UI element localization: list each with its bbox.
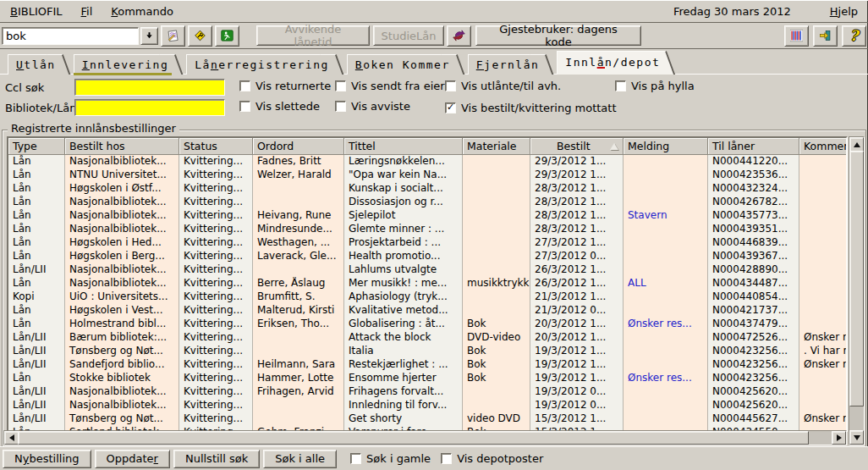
ccl-sok-input[interactable]: [74, 79, 225, 96]
table-row[interactable]: Kopi UiO : Universitets... Kvittering...…: [8, 290, 846, 304]
toolbar: Avvikende lånetid StudieLån Gjestebruker…: [0, 23, 868, 49]
cell-status: Kvittering...: [179, 250, 253, 263]
roadwork-icon-button[interactable]: [188, 25, 212, 47]
table-row[interactable]: Lån/LII Nasjonalbibliotek... Kvittering.…: [8, 399, 846, 412]
col-header-til-laner[interactable]: Til låner: [708, 138, 799, 155]
checkbox-sok-i-gamle[interactable]: Søk i gamle: [350, 452, 431, 465]
cell-tittel: Kunskap i socialt...: [344, 182, 463, 196]
bibliotek-laner-input[interactable]: [74, 99, 225, 116]
note-icon-button[interactable]: [161, 25, 185, 47]
sok-i-alle-button[interactable]: Søk i alle: [263, 450, 337, 468]
table-row[interactable]: Lån Høgskolen i Østf... Kvittering... Ku…: [8, 182, 846, 196]
tab-innlevering[interactable]: Innlevering: [74, 54, 173, 75]
table-row[interactable]: Lån Nasjonalbibliotek... Kvittering... M…: [8, 223, 846, 236]
table-row[interactable]: Lån/LII Tønsberg og Nøt... Kvittering...…: [8, 412, 846, 426]
help-icon-button[interactable]: ?: [842, 25, 866, 47]
table-row[interactable]: Lån NTNU Universitet... Kvittering... We…: [8, 169, 846, 182]
cell-melding: [624, 399, 708, 412]
ccl-sok-label: Ccl søk: [5, 81, 44, 94]
table-row[interactable]: Lån Nasjonalbibliotek... Kvittering... F…: [8, 155, 846, 169]
cell-melding: [624, 223, 708, 236]
menu-bibliofil[interactable]: BIBLIOFIL: [10, 5, 63, 18]
checkbox-vis-depotposter[interactable]: Vis depotposter: [441, 452, 543, 465]
scroll-right-button[interactable]: [832, 431, 846, 445]
table-row[interactable]: Lån Høgskolen i Berg... Kvittering... La…: [8, 250, 846, 263]
menu-hjelp[interactable]: Hjelp: [830, 5, 858, 18]
vertical-scroll-thumb[interactable]: [849, 151, 864, 406]
material-combo-input[interactable]: [2, 27, 139, 45]
table-row[interactable]: Lån/LII Nasjonalbibliotek... Kvittering.…: [8, 385, 846, 399]
col-header-tittel[interactable]: Tittel: [344, 138, 463, 155]
table-row[interactable]: Lån Nasjonalbibliotek... Kvittering... H…: [8, 209, 846, 223]
table-row[interactable]: Lån Stokke bibliotek Kvittering... Hamme…: [8, 372, 846, 385]
horizontal-scrollbar[interactable]: [3, 430, 847, 445]
scroll-left-button[interactable]: [4, 431, 19, 445]
scroll-down-button[interactable]: [849, 430, 864, 445]
cell-ordord: Heilmann, Sara: [253, 358, 344, 372]
cell-til-laner: N000423256...: [708, 358, 799, 372]
cell-til-laner: N000445627...: [708, 412, 799, 426]
table-row[interactable]: Lån Nasjonalbibliotek... Kvittering... D…: [8, 196, 846, 209]
tab-bar: Utlån Innlevering Lånerregistrering Boke…: [0, 48, 868, 75]
checkbox-vis-avviste[interactable]: Vis avviste: [335, 100, 410, 113]
checkbox-vis-slettede[interactable]: Vis slettede: [239, 100, 320, 113]
cell-bestilt-hos: Nasjonalbibliotek...: [65, 196, 179, 209]
cell-materiale: Bok: [463, 345, 530, 358]
cell-bestilt: 20/3/2012 1...: [530, 318, 624, 331]
checkbox-vis-pa-hylla[interactable]: Vis på hylla: [615, 80, 695, 92]
gjestebruker-button[interactable]: Gjestebruker: dagens kode: [475, 25, 641, 46]
tab-lanerregistrering[interactable]: Lånerregistrering: [186, 54, 332, 75]
cell-status: Kvittering...: [179, 318, 253, 331]
menu-fil[interactable]: Fil: [81, 5, 93, 18]
cell-status: Kvittering...: [179, 155, 253, 169]
col-header-bestilt-hos[interactable]: Bestilt hos: [65, 138, 179, 155]
table-row[interactable]: Lån Høgskolen i Hed... Kvittering... Wes…: [8, 236, 846, 250]
tab-innlan-depot[interactable]: Innlån/depot: [557, 51, 663, 75]
col-header-type[interactable]: Type: [8, 138, 65, 155]
cell-ordord: Hammer, Lotte: [253, 372, 344, 385]
cell-tittel: Mer musikk! : me...: [344, 277, 463, 290]
cell-type: Lån: [8, 155, 65, 169]
barcode-icon-button[interactable]: [784, 25, 809, 47]
col-header-materiale[interactable]: Materiale: [463, 138, 530, 155]
logout-door-icon-button[interactable]: [813, 25, 838, 47]
table-row[interactable]: Lån Høgskolen i Vest... Kvittering... Ma…: [8, 304, 846, 318]
exit-sign-icon-button[interactable]: [215, 25, 239, 47]
tab-utlan[interactable]: Utlån: [8, 54, 59, 75]
table-row[interactable]: Lån/LII Nasjonalbibliotek... Kvittering.…: [8, 263, 846, 277]
ny-bestilling-button[interactable]: Ny bestilling: [3, 450, 91, 468]
table-row[interactable]: Lån/LII Bærum bibliotek:... Kvittering..…: [8, 331, 846, 345]
col-header-kommentar[interactable]: Kommentar: [799, 138, 848, 155]
cell-melding: Ønsker res...: [624, 318, 708, 331]
studielan-button[interactable]: StudieLån: [373, 25, 444, 46]
horizontal-scroll-thumb[interactable]: [18, 431, 809, 445]
cell-til-laner: N000423256...: [708, 372, 799, 385]
tab-boken-kommer[interactable]: Boken Kommer: [347, 54, 453, 75]
tab-fjernlan[interactable]: Fjernlån: [468, 54, 543, 75]
nullstill-sok-button[interactable]: Nullstill søk: [173, 450, 260, 468]
table-row[interactable]: Lån/LII Sandefjord biblio... Kvittering.…: [8, 358, 846, 372]
checkbox-vis-sendt-fra-eier[interactable]: Vis sendt fra eier: [335, 80, 445, 92]
combo-dropdown-button[interactable]: [140, 27, 158, 45]
col-header-bestilt[interactable]: Bestilt: [530, 138, 624, 155]
checkbox-vis-returnerte[interactable]: Vis returnerte: [239, 80, 331, 92]
table-row[interactable]: Lån Holmestrand bibl... Kvittering... Er…: [8, 318, 846, 331]
cell-status: Kvittering...: [179, 345, 253, 358]
scroll-up-button[interactable]: [849, 137, 864, 152]
table-row[interactable]: Lån Nasjonalbibliotek... Kvittering... B…: [8, 277, 846, 290]
cell-ordord: Frihagen, Arvid: [253, 385, 344, 399]
avvikende-lanetid-button[interactable]: Avvikende lånetid: [256, 25, 370, 46]
checkbox-vis-utlante[interactable]: Vis utlånte/til avh.: [445, 80, 561, 92]
question-mark-icon: ?: [850, 27, 859, 44]
oppdater-button[interactable]: Oppdater: [95, 450, 170, 468]
cell-bestilt: 27/3/2012 1...: [530, 236, 624, 250]
refresh-icon-button[interactable]: [447, 25, 471, 47]
checkbox-vis-bestilt-kvittering[interactable]: Vis bestilt/kvittering mottatt: [445, 102, 617, 114]
cell-ordord: Fadnes, Britt: [253, 155, 344, 169]
col-header-melding[interactable]: Melding: [624, 138, 708, 155]
vertical-scrollbar[interactable]: [849, 136, 865, 445]
col-header-status[interactable]: Status: [179, 138, 253, 155]
menu-kommando[interactable]: Kommando: [111, 5, 173, 18]
table-row[interactable]: Lån/LII Tønsberg og Nøt... Kvittering...…: [8, 345, 846, 358]
col-header-ordord[interactable]: Ordord: [253, 138, 344, 155]
